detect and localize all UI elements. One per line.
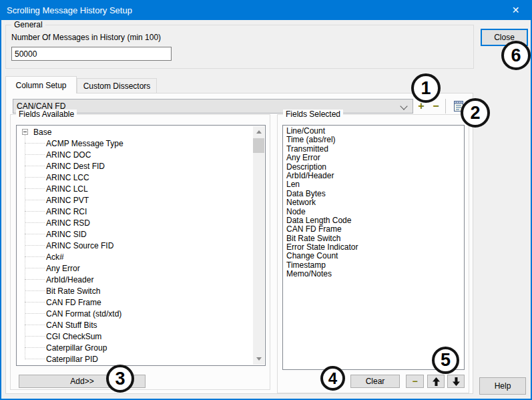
selected-field-item[interactable]: Network	[283, 198, 464, 207]
annotation-1: 1	[411, 73, 441, 103]
tree-item[interactable]: CAN FD Frame	[17, 296, 253, 308]
tree-item-label: Bit Rate Switch	[46, 286, 100, 296]
selected-field-item[interactable]: Error State Indicator	[283, 243, 464, 252]
selected-field-item[interactable]: Data Bytes	[283, 190, 464, 198]
tree-stub-line	[25, 279, 45, 280]
selected-field-item[interactable]: Transmitted	[283, 145, 464, 154]
general-group: General Number Of Messages in History (m…	[5, 25, 474, 69]
selected-field-item[interactable]: CAN FD Frame	[283, 225, 464, 234]
selected-field-item[interactable]: Line/Count	[283, 127, 464, 136]
fields-selected-legend: Fields Selected	[283, 110, 343, 119]
tree-item[interactable]: Bit Rate Switch	[17, 285, 253, 296]
tree-item[interactable]: CAN Format (std/xtd)	[17, 308, 253, 319]
tree-item[interactable]: ARINC RSD	[17, 217, 253, 228]
tree-item[interactable]: Caterpillar PID	[17, 353, 253, 365]
remove-selected-button[interactable]: −	[406, 375, 424, 388]
scrollbar-up-button[interactable]	[253, 126, 264, 138]
tree-item[interactable]: ArbId/Header	[17, 274, 253, 285]
tree-stub-line	[25, 245, 45, 246]
selected-field-item[interactable]: Node	[283, 208, 464, 216]
scrollbar-down-button[interactable]	[253, 353, 264, 365]
tree-stub-line	[25, 177, 45, 178]
window-title: Scrolling Message History Setup	[7, 5, 132, 15]
tree-stub-line	[25, 154, 45, 155]
messages-count-label: Number Of Messages in History (min 100)	[11, 33, 161, 42]
tree-item[interactable]: ARINC Source FID	[17, 240, 253, 251]
fields-available-tree: Base ACMP Message Type ARINC DOC ARINC D…	[17, 126, 253, 365]
fields-available-group: Fields Available Base ACMP Message Type …	[10, 114, 270, 390]
general-legend: General	[11, 20, 45, 29]
tree-item[interactable]: ARINC DOC	[17, 149, 253, 160]
selected-field-item[interactable]: Bit Rate Switch	[283, 234, 464, 243]
scrolling-message-history-setup-dialog: Scrolling Message History Setup ✕ Genera…	[0, 0, 532, 400]
move-down-button[interactable]	[447, 375, 465, 388]
tree-item[interactable]: ARINC Dest FID	[17, 160, 253, 172]
tree-item[interactable]: ACMP Message Type	[17, 138, 253, 149]
tree-item-label: ARINC RCI	[46, 207, 87, 216]
tree-item[interactable]: Caterpillar Group	[17, 342, 253, 353]
tree-collapse-icon[interactable]	[22, 129, 28, 135]
tree-stub-line	[25, 347, 45, 348]
tree-stub-line	[25, 268, 45, 268]
down-arrow-icon	[453, 377, 460, 386]
tree-item-label: ARINC SID	[46, 230, 87, 239]
tree-item[interactable]: ARINC LCC	[17, 172, 253, 183]
tree-item[interactable]: CGI CheckSum	[17, 331, 253, 342]
tree-stub-line	[25, 336, 45, 337]
selected-field-item[interactable]: Description	[283, 163, 464, 172]
tree-item[interactable]: ARINC SID	[17, 228, 253, 240]
selected-field-item[interactable]: Change Count	[283, 252, 464, 260]
tree-item-label: ARINC Source FID	[46, 241, 113, 250]
tree-stub-line	[25, 188, 45, 189]
tree-item-label: ARINC DOC	[46, 150, 91, 160]
tree-item-label: ArbId/Header	[46, 275, 93, 284]
annotation-6: 6	[501, 41, 531, 70]
annotation-2: 2	[461, 98, 490, 128]
selected-field-item[interactable]: Memo/Notes	[283, 270, 464, 278]
tree-item-label: ARINC LCC	[46, 173, 89, 182]
selected-field-item[interactable]: Time (abs/rel)	[283, 136, 464, 144]
tree-item-label: CAN Format (std/xtd)	[46, 309, 121, 319]
selected-field-item[interactable]: Any Error	[283, 154, 464, 162]
fields-selected-list: Line/CountTime (abs/rel)TransmittedAny E…	[282, 125, 465, 370]
tree-item[interactable]: Any Error	[17, 262, 253, 274]
tree-stub-line	[25, 222, 45, 223]
column-setup-panel: CAN/CAN FD + − Fields Available	[5, 93, 473, 394]
tab-custom-dissectors[interactable]: Custom Dissectors	[77, 78, 157, 93]
help-button[interactable]: Help	[479, 377, 526, 395]
selected-field-item[interactable]: Timestamp	[283, 261, 464, 270]
selected-field-item[interactable]: Len	[283, 180, 464, 189]
tree-item-label: ARINC PVT	[46, 196, 89, 205]
window-border-left	[0, 20, 1, 400]
scroll-up-icon	[256, 130, 262, 134]
tree-item-label: Caterpillar PID	[46, 355, 98, 364]
selected-field-item[interactable]: Data Length Code	[283, 216, 464, 225]
tree-item-label: CGI CheckSum	[46, 332, 101, 341]
selected-field-item[interactable]: ArbId/Header	[283, 172, 464, 180]
fields-available-legend: Fields Available	[16, 110, 77, 119]
messages-count-input[interactable]	[11, 47, 172, 61]
scrollbar[interactable]	[253, 126, 264, 365]
tree-item[interactable]: CAN Stuff Bits	[17, 319, 253, 331]
tree-stub-line	[25, 302, 45, 303]
tree-item-label: Any Error	[46, 264, 80, 273]
tab-column-setup[interactable]: Column Setup	[5, 76, 77, 93]
tree-item-label: CAN FD Frame	[46, 298, 101, 307]
move-up-button[interactable]	[427, 375, 445, 388]
tree-item[interactable]: ARINC LCL	[17, 183, 253, 194]
tree-stub-line	[25, 143, 45, 144]
tree-root-item[interactable]: Base	[17, 126, 253, 138]
tree-item[interactable]: ARINC RCI	[17, 206, 253, 217]
tree-item[interactable]: Ack#	[17, 251, 253, 262]
tree-item-label: Ack#	[46, 252, 64, 262]
tree-item[interactable]: ARINC PVT	[17, 194, 253, 206]
tree-item-label: ARINC Dest FID	[46, 162, 105, 171]
clear-button[interactable]: Clear	[350, 375, 400, 388]
scrollbar-thumb[interactable]	[253, 138, 264, 153]
title-bar: Scrolling Message History Setup ✕	[0, 0, 532, 20]
tree-item-label: CAN Stuff Bits	[46, 321, 97, 330]
close-icon[interactable]: ✕	[501, 0, 531, 20]
tree-stub-line	[25, 290, 45, 291]
chevron-down-icon	[400, 102, 407, 110]
tree-stub-line	[25, 234, 45, 234]
